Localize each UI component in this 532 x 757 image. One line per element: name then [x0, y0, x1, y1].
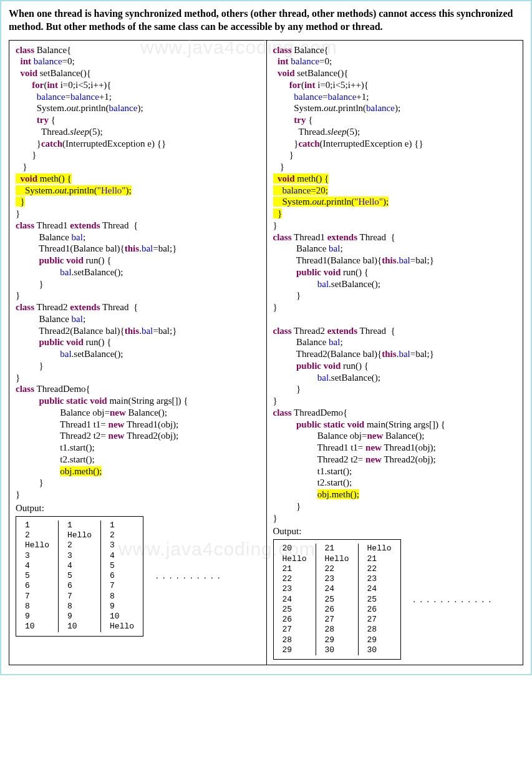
output-column: 1 Hello 2 3 4 5 6 7 8 9 10	[58, 520, 100, 632]
right-column: class Balance{ int balance=0; void setBa…	[266, 41, 523, 665]
output-row-right: 20 Hello 21 22 23 24 25 26 27 28 2921 He…	[273, 539, 518, 660]
dots-left: . . . . . . . . . .	[156, 571, 221, 581]
heading-text: When one thread is having synchronized m…	[9, 7, 523, 34]
left-column: class Balance{ int balance=0; void setBa…	[9, 41, 266, 665]
output-column: 1 2 Hello 3 4 5 6 7 8 9 10	[16, 520, 58, 632]
output-box-right: 20 Hello 21 22 23 24 25 26 27 28 2921 He…	[273, 539, 401, 660]
output-column: Hello 21 22 23 24 25 26 27 28 29 30	[358, 544, 400, 655]
output-column: 21 Hello 22 23 24 25 26 27 28 29 30	[316, 544, 358, 655]
output-box-left: 1 2 Hello 3 4 5 6 7 8 9 101 Hello 2 3 4 …	[16, 516, 143, 637]
output-column: 1 2 3 4 5 6 7 8 9 10 Hello	[100, 520, 143, 632]
left-code-block: class Balance{ int balance=0; void setBa…	[16, 44, 261, 501]
output-row-left: 1 2 Hello 3 4 5 6 7 8 9 101 Hello 2 3 4 …	[16, 516, 261, 637]
dots-right: . . . . . . . . . . . .	[414, 595, 493, 605]
output-label-left: Output:	[16, 503, 261, 514]
right-code-block: class Balance{ int balance=0; void setBa…	[273, 44, 518, 524]
code-panels: www.java4coding.com www.java4coding.com …	[9, 40, 523, 666]
output-label-right: Output:	[273, 526, 518, 537]
page-container: When one thread is having synchronized m…	[0, 0, 532, 675]
output-column: 20 Hello 21 22 23 24 25 26 27 28 29	[274, 544, 316, 655]
